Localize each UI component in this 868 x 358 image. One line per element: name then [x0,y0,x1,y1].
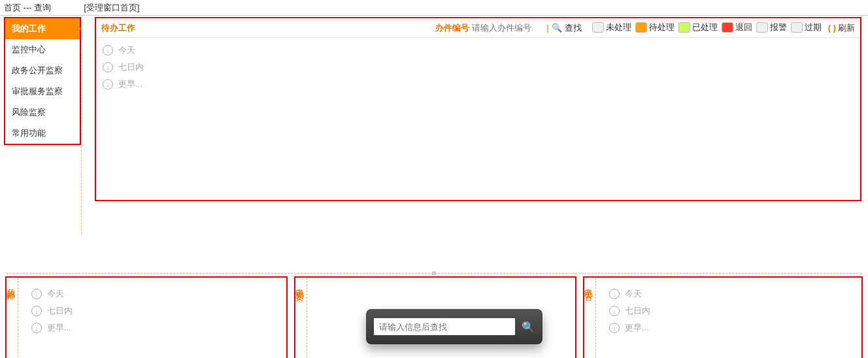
find-button[interactable]: 查找 [565,22,582,34]
todo-header: 待办工作 办件编号 | 🔍 查找 未处理待处理已处理退回报警过期 ( ) 刷新 [96,18,860,38]
sidebar-item-monitor[interactable]: 监控中心 [5,39,80,60]
refresh-label: 刷新 [838,22,855,34]
notice-card-title: 电子公告 [584,278,596,358]
time-row-week[interactable]: ↓七日内 [103,59,854,76]
time-label: 七日内 [118,61,144,73]
status-chip-4[interactable]: 报警 [756,22,787,33]
status-chip-5[interactable]: 过期 [791,22,822,33]
refresh-button[interactable]: ( ) 刷新 [828,22,855,34]
status-label: 报警 [770,22,787,33]
search-icon[interactable]: 🔍 [522,321,535,333]
expand-icon: ↓ [609,323,620,333]
notice-time-week[interactable]: ↓七日内 [609,302,848,319]
sidebar-item-my-work[interactable]: 我的工作 [5,18,80,39]
status-color-icon [722,22,733,33]
time-row-today[interactable]: ↓今天 [103,42,854,59]
archive-search-input[interactable] [374,318,515,335]
sidebar-item-approval[interactable]: 审批服务监察 [5,81,80,102]
refresh-icon: ( ) [828,23,836,33]
todo-title: 待办工作 [101,22,135,34]
status-label: 待处理 [649,22,675,33]
status-chip-1[interactable]: 待处理 [635,22,675,33]
sidebar-item-common[interactable]: 常用功能 [5,123,80,144]
time-label: 今天 [47,288,64,300]
status-label: 已处理 [692,22,718,33]
time-label: 今天 [118,44,135,56]
mail-time-today[interactable]: ↓今天 [31,285,273,302]
expand-icon: ↓ [103,62,113,73]
case-number-input[interactable] [472,23,544,33]
todo-panel: 待办工作 办件编号 | 🔍 查找 未处理待处理已处理退回报警过期 ( ) 刷新 … [95,17,861,201]
breadcrumb[interactable]: 首页 --- 查询 [4,2,51,14]
notice-time-earlier[interactable]: ↓更早... [609,319,848,336]
page-tab-title[interactable]: [受理窗口首页] [84,2,139,14]
time-label: 更早... [625,322,649,334]
top-bar: 首页 --- 查询 [受理窗口首页] [0,0,868,16]
status-label: 未处理 [606,22,631,33]
sidebar: 我的工作 监控中心 政务公开监察 审批服务监察 风险监察 常用功能 [4,17,81,145]
status-label: 退回 [735,22,752,33]
expand-icon: ↓ [103,79,113,90]
expand-icon: ↓ [31,323,42,333]
status-color-icon [592,22,604,33]
sidebar-item-risk[interactable]: 风险监察 [5,102,80,123]
time-label: 七日内 [47,305,73,317]
archive-card-title: 电子档案 [295,278,307,358]
status-color-icon [756,22,768,33]
status-chip-0[interactable]: 未处理 [592,22,631,33]
time-row-earlier[interactable]: ↓更早... [103,76,854,93]
expand-icon: ↓ [609,306,620,316]
mail-card-title: 我的邮件 [7,278,18,358]
status-color-icon [635,22,647,33]
expand-icon: ↓ [31,306,42,316]
mail-time-week[interactable]: ↓七日内 [31,302,273,319]
time-label: 今天 [625,288,642,300]
status-chip-2[interactable]: 已处理 [678,22,718,33]
expand-icon: ↓ [31,289,42,299]
time-label: 更早... [47,322,71,334]
divider-icon: | [546,23,548,33]
mail-time-earlier[interactable]: ↓更早... [31,319,273,336]
sidebar-item-gov-open[interactable]: 政务公开监察 [5,60,80,81]
expand-icon: ↓ [609,289,620,299]
status-color-icon [678,22,690,33]
mail-card: 我的邮件 ↓今天 ↓七日内 ↓更早... ( )刷新 更多... [5,276,288,358]
time-label: 更早... [118,78,142,90]
expand-icon: ↓ [103,45,113,56]
archive-search-box: 🔍 [366,309,542,344]
vertical-divider [81,18,82,234]
todo-time-list: ↓今天 ↓七日内 ↓更早... [96,38,860,97]
horizontal-divider: = [7,273,861,274]
status-color-icon [791,22,803,33]
time-label: 七日内 [625,305,650,317]
search-icon[interactable]: 🔍 [552,23,562,33]
notice-time-today[interactable]: ↓今天 [609,285,848,302]
status-chip-3[interactable]: 退回 [722,22,752,33]
status-label: 过期 [805,22,822,33]
archive-card: 电子档案 🔍 [294,276,576,358]
case-number-label: 办件编号 [435,22,469,34]
notice-card: 电子公告 ↓今天 ↓七日内 ↓更早... ( )刷新 更多... [583,276,863,358]
